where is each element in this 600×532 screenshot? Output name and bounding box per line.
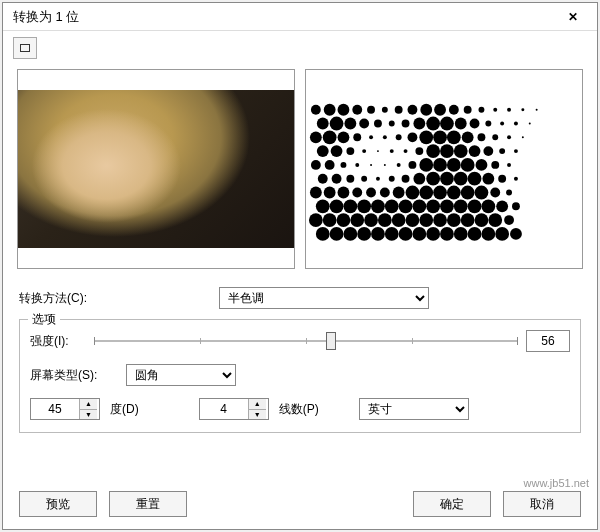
svg-point-131: [406, 213, 420, 227]
cancel-button[interactable]: 取消: [503, 491, 581, 517]
svg-point-56: [415, 147, 423, 155]
original-preview[interactable]: [17, 69, 295, 269]
svg-point-33: [310, 131, 322, 143]
lines-up-icon[interactable]: ▲: [249, 399, 266, 410]
angle-input[interactable]: [31, 399, 79, 419]
svg-point-80: [332, 174, 342, 184]
svg-point-13: [493, 108, 497, 112]
options-legend: 选项: [28, 311, 60, 328]
svg-point-68: [370, 164, 372, 166]
single-preview-icon: [20, 44, 30, 52]
svg-point-93: [514, 177, 518, 181]
svg-point-59: [454, 144, 468, 158]
svg-point-146: [412, 227, 426, 241]
button-bar: 预览 重置 确定 取消: [3, 491, 597, 517]
svg-point-133: [433, 213, 447, 227]
svg-point-148: [440, 227, 454, 241]
svg-point-57: [426, 144, 440, 158]
svg-point-114: [385, 199, 399, 213]
svg-point-11: [464, 106, 472, 114]
svg-point-124: [309, 213, 323, 227]
lines-spinner[interactable]: ▲ ▼: [199, 398, 269, 420]
svg-point-9: [434, 104, 446, 116]
svg-point-15: [521, 108, 524, 111]
svg-point-137: [488, 213, 502, 227]
svg-point-43: [447, 130, 461, 144]
svg-point-91: [482, 173, 494, 185]
svg-point-54: [390, 149, 394, 153]
svg-point-79: [318, 174, 328, 184]
angle-up-icon[interactable]: ▲: [80, 399, 97, 410]
dialog-title: 转换为 1 位: [13, 8, 555, 26]
svg-point-20: [359, 119, 369, 129]
svg-point-40: [408, 132, 418, 142]
ok-button[interactable]: 确定: [413, 491, 491, 517]
options-fieldset: 选项 强度(I): 屏幕类型(S): 圆角: [19, 319, 581, 433]
svg-point-61: [483, 146, 493, 156]
result-preview[interactable]: [305, 69, 583, 269]
screen-type-select[interactable]: 圆角: [126, 364, 236, 386]
svg-point-126: [337, 213, 351, 227]
svg-point-22: [389, 121, 395, 127]
lines-down-icon[interactable]: ▼: [249, 410, 266, 420]
watermark: www.jb51.net: [524, 477, 589, 489]
svg-point-67: [355, 163, 359, 167]
svg-point-89: [454, 172, 468, 186]
intensity-slider[interactable]: [94, 331, 518, 351]
svg-point-121: [481, 199, 495, 213]
convert-to-1bit-dialog: 转换为 1 位 ✕: [2, 2, 598, 530]
svg-point-60: [469, 145, 481, 157]
svg-point-152: [495, 227, 509, 241]
svg-point-132: [419, 213, 433, 227]
intensity-input[interactable]: [526, 330, 570, 352]
svg-point-87: [426, 172, 440, 186]
svg-point-28: [470, 119, 480, 129]
preview-button[interactable]: 预览: [19, 491, 97, 517]
svg-point-23: [402, 120, 410, 128]
svg-point-140: [330, 227, 344, 241]
svg-point-81: [346, 175, 354, 183]
svg-point-36: [353, 133, 361, 141]
svg-point-141: [343, 227, 357, 241]
method-row: 转换方法(C): 半色调: [19, 285, 581, 311]
method-select[interactable]: 半色调: [219, 287, 429, 309]
reset-button[interactable]: 重置: [109, 491, 187, 517]
svg-point-144: [385, 227, 399, 241]
svg-point-110: [330, 199, 344, 213]
lines-input[interactable]: [200, 399, 248, 419]
form-area: 转换方法(C): 半色调 选项 强度(I):: [3, 279, 597, 439]
svg-point-5: [382, 107, 388, 113]
svg-point-120: [468, 199, 482, 213]
preview-mode-button[interactable]: [13, 37, 37, 59]
svg-point-104: [447, 186, 461, 200]
svg-point-86: [413, 173, 425, 185]
svg-point-142: [357, 227, 371, 241]
svg-point-19: [344, 118, 356, 130]
angle-down-icon[interactable]: ▼: [80, 410, 97, 420]
svg-point-78: [507, 163, 511, 167]
svg-point-127: [350, 213, 364, 227]
svg-point-75: [461, 158, 475, 172]
screen-type-label: 屏幕类型(S):: [30, 367, 116, 384]
svg-point-39: [396, 134, 402, 140]
svg-point-103: [433, 186, 447, 200]
svg-point-105: [461, 186, 475, 200]
angle-spinner[interactable]: ▲ ▼: [30, 398, 100, 420]
slider-thumb[interactable]: [326, 332, 336, 350]
svg-point-21: [374, 120, 382, 128]
close-button[interactable]: ✕: [555, 5, 591, 29]
svg-point-134: [447, 213, 461, 227]
svg-point-4: [367, 106, 375, 114]
unit-select[interactable]: 英寸: [359, 398, 469, 420]
angle-label: 度(D): [110, 401, 139, 418]
titlebar: 转换为 1 位 ✕: [3, 3, 597, 31]
svg-point-62: [499, 148, 505, 154]
svg-point-26: [440, 117, 454, 131]
svg-point-25: [426, 117, 440, 131]
intensity-label: 强度(I):: [30, 333, 86, 350]
angle-lines-row: ▲ ▼ 度(D) ▲ ▼ 线数(P) 英寸: [30, 398, 570, 420]
svg-point-123: [512, 202, 520, 210]
svg-point-72: [419, 158, 433, 172]
svg-point-112: [357, 199, 371, 213]
svg-point-94: [310, 187, 322, 199]
